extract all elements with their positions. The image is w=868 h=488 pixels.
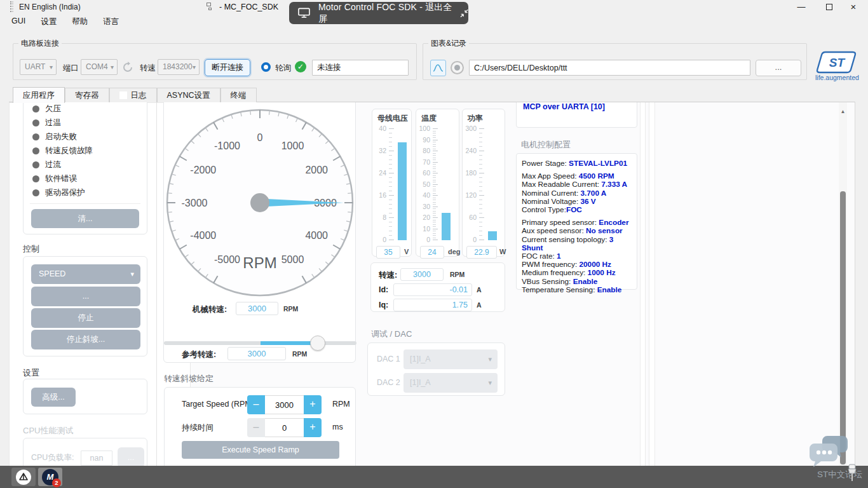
menu-设置[interactable]: 设置: [34, 15, 63, 28]
advanced-button[interactable]: 高级...: [31, 388, 76, 407]
settings-heading: 设置: [23, 367, 39, 379]
target-speed-label: Target Speed (RPM): [182, 400, 254, 409]
menu-GUI[interactable]: GUI: [5, 15, 32, 28]
cpu-load-label: CPU负载率:: [31, 452, 74, 463]
fault-label: 驱动器保护: [45, 187, 85, 198]
meter-minor-tick: [479, 155, 482, 156]
taskbar-workbench-button[interactable]: [11, 468, 36, 486]
fullscreen-toast: Motor Control FOC SDK - 退出全屏: [289, 2, 468, 24]
meter-minor-tick: [389, 213, 392, 214]
meter-minor-tick: [433, 158, 436, 158]
meter-tick-label: 8: [372, 214, 386, 221]
fault-item: 启动失败: [24, 130, 147, 144]
svg-text:-3000: -3000: [182, 198, 208, 208]
interface-select[interactable]: UART▾: [20, 59, 57, 75]
disconnect-button[interactable]: 断开连接: [205, 59, 250, 76]
meter-minor-tick: [433, 200, 436, 200]
port-label: 端口: [63, 63, 79, 74]
meter-title: 母线电压: [377, 113, 408, 124]
chart-toggle-button[interactable]: [430, 60, 446, 76]
fault-label: 过流: [45, 159, 61, 170]
control-mode-select[interactable]: SPEED▾: [31, 264, 140, 284]
tab-应用程序[interactable]: 应用程序: [13, 87, 65, 103]
meter-tick-label: 90: [416, 136, 430, 144]
tab-label: 日志: [131, 88, 147, 102]
browse-button[interactable]: ...: [756, 60, 801, 76]
record-button[interactable]: [451, 61, 464, 74]
svg-text:-1000: -1000: [214, 140, 240, 151]
port-select[interactable]: COM4▾: [81, 59, 118, 75]
meter-minor-tick: [433, 175, 436, 176]
scrollbar-thumb[interactable]: [840, 191, 846, 464]
id-unit: A: [477, 286, 482, 294]
target-speed-field[interactable]: [265, 395, 304, 414]
vertical-scrollbar[interactable]: ▲: [839, 102, 847, 466]
meter-tick-label: 10: [416, 225, 430, 233]
stop-button[interactable]: 停止: [31, 308, 140, 328]
start-button[interactable]: ...: [31, 287, 140, 306]
fault-list: 欠压过温启动失败转速反馈故障过流软件错误驱动器保护: [24, 102, 147, 200]
config-line: Power Stage: STEVAL-LVLP01: [522, 159, 632, 168]
meter-minor-tick: [433, 198, 436, 198]
tab-ASYNC设置[interactable]: ASYNC设置: [157, 88, 220, 102]
scroll-up-icon[interactable]: ▲: [839, 109, 847, 114]
meter-minor-tick: [479, 213, 482, 214]
dac-heading: 调试 / DAC: [371, 329, 412, 340]
chart-record-group: 图表&记录 ...: [423, 43, 807, 80]
meter-minor-tick: [433, 144, 436, 145]
poll-radio[interactable]: [261, 62, 271, 72]
reference-speed-field[interactable]: [227, 347, 286, 360]
meter-minor-tick: [479, 177, 482, 178]
language-options-icon[interactable]: [207, 3, 213, 10]
language-indicator[interactable]: EN English (India): [19, 3, 81, 11]
taskbar-motor-pilot-button[interactable]: M2: [38, 468, 62, 486]
decrement-button[interactable]: –: [247, 395, 265, 414]
chevron-down-icon: ▾: [50, 60, 53, 74]
meter-minor-tick: [389, 204, 392, 205]
tab-日志[interactable]: 日志: [109, 88, 157, 102]
menu-帮助[interactable]: 帮助: [65, 15, 94, 28]
meter-unit: deg: [448, 248, 461, 255]
tab-终端[interactable]: 终端: [220, 88, 257, 102]
connection-status-field[interactable]: [312, 60, 409, 76]
tab-寄存器[interactable]: 寄存器: [65, 88, 109, 102]
menu-语言[interactable]: 语言: [97, 15, 125, 28]
meter-minor-tick: [479, 200, 482, 200]
baud-select[interactable]: 1843200▾: [158, 59, 200, 75]
meter-tick-label: 40: [416, 191, 430, 199]
record-dot-icon: [454, 65, 460, 71]
meter-minor-tick: [433, 233, 436, 234]
meter-minor-tick: [389, 231, 392, 231]
meter-tick: [433, 173, 438, 173]
increment-button[interactable]: +: [304, 418, 322, 437]
clear-faults-button[interactable]: 清...: [31, 209, 139, 228]
execute-speed-ramp-button[interactable]: Execute Speed Ramp: [182, 441, 339, 459]
stop-ramp-button[interactable]: 停止斜坡...: [31, 330, 140, 349]
fault-label: 软件错误: [45, 173, 77, 184]
language-bar-grip[interactable]: [10, 1, 13, 12]
tab-label: 应用程序: [23, 88, 55, 102]
increment-button[interactable]: +: [304, 395, 322, 414]
motor-pilot-icon: M2: [42, 469, 58, 485]
monitor-icon: [298, 8, 310, 18]
motor-info-panel: Motors: 1 MCP over UARTA [10]: [516, 102, 637, 128]
duration-field[interactable]: [265, 418, 304, 437]
close-button[interactable]: ×: [843, 0, 864, 14]
refresh-icon[interactable]: [121, 61, 134, 74]
board-connection-group: 电路板连接 UART▾ 端口 COM4▾ 转速 1843200▾ 断开连接 轮询…: [13, 43, 417, 80]
maximize-button[interactable]: [818, 0, 840, 14]
application-tab-content: 欠压过温启动失败转速反馈故障过流软件错误驱动器保护 清... 控制 SPEED▾…: [9, 102, 855, 466]
minimize-button[interactable]: —: [790, 0, 812, 14]
slider-handle[interactable]: [310, 336, 325, 351]
meter-minor-tick: [389, 222, 392, 222]
meter-功率: 功率06012018024030022.9W: [462, 109, 505, 257]
exit-fullscreen-icon[interactable]: [460, 9, 468, 18]
svg-text:-4000: -4000: [190, 230, 216, 241]
record-path-field[interactable]: [469, 60, 750, 76]
meter-value-field: 22.9: [466, 246, 497, 259]
meter-bar-fill: [442, 213, 451, 240]
gauge-hub: [250, 193, 269, 212]
meter-minor-tick: [433, 238, 436, 238]
meter-tick-label: 100: [416, 125, 430, 132]
mcp-link[interactable]: MCP over UARTA [10]: [523, 102, 605, 111]
